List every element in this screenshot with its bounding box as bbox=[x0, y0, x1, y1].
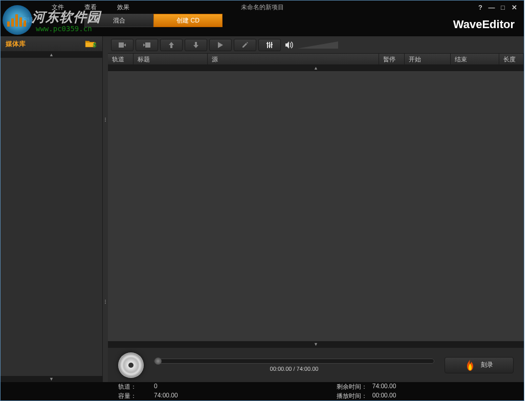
brand-label: WaveEditor bbox=[453, 14, 524, 31]
status-bar: 轨道： 0 容量： 74:00.00 剩余时间： 74:00.00 播放时间： … bbox=[1, 382, 524, 400]
svg-rect-3 bbox=[267, 43, 269, 44]
mixer-button[interactable] bbox=[258, 39, 281, 51]
edit-button[interactable] bbox=[234, 39, 256, 51]
volume-slider[interactable] bbox=[297, 41, 338, 49]
menu-view[interactable]: 查看 bbox=[74, 1, 107, 14]
disc-icon bbox=[118, 352, 144, 378]
import-button[interactable] bbox=[111, 39, 134, 51]
column-source[interactable]: 源 bbox=[208, 54, 379, 64]
status-capacity-label: 容量： bbox=[118, 392, 154, 400]
sidebar-title: 媒体库 bbox=[6, 39, 26, 49]
status-track-value: 0 bbox=[154, 383, 158, 391]
status-remaining-value: 74:00.00 bbox=[372, 383, 396, 391]
open-folder-button[interactable] bbox=[85, 39, 97, 49]
splitter-left[interactable] bbox=[103, 36, 108, 382]
table-scroll-up[interactable]: ▲ bbox=[108, 65, 524, 71]
flame-icon bbox=[465, 360, 475, 371]
sidebar: 媒体库 ▲ ▼ bbox=[1, 36, 103, 382]
sidebar-scroll-down[interactable]: ▼ bbox=[1, 376, 102, 382]
sidebar-scroll-up[interactable]: ▲ bbox=[1, 52, 102, 58]
maximize-button[interactable]: □ bbox=[499, 4, 506, 11]
content-area: 轨道 标题 源 暂停 开始 结束 长度 ▲ ▼ 00:00.00 / 74:00… bbox=[108, 36, 524, 382]
window-title: 未命名的新项目 bbox=[241, 3, 284, 12]
burn-label: 刻录 bbox=[481, 361, 493, 369]
close-button[interactable]: ✕ bbox=[511, 4, 518, 11]
status-play-value: 00:00.00 bbox=[372, 392, 396, 400]
volume-icon bbox=[285, 41, 294, 49]
column-end[interactable]: 结束 bbox=[451, 54, 499, 64]
burn-button[interactable]: 刻录 bbox=[445, 357, 514, 373]
status-track-label: 轨道： bbox=[118, 383, 154, 391]
menu-edit[interactable]: 编辑 bbox=[11, 14, 43, 27]
table-body: ▲ ▼ bbox=[108, 65, 524, 347]
column-start[interactable]: 开始 bbox=[405, 54, 451, 64]
transport-bar: 00:00.00 / 74:00.00 刻录 bbox=[108, 347, 524, 382]
move-down-button[interactable] bbox=[185, 39, 207, 51]
svg-rect-5 bbox=[271, 44, 273, 45]
status-remaining-label: 剩余时间： bbox=[337, 383, 372, 391]
sidebar-header: 媒体库 bbox=[1, 36, 102, 52]
tab-mix[interactable]: 混合 bbox=[84, 14, 153, 27]
secondary-bar: 编辑 混合 创建 CD WaveEditor bbox=[1, 14, 524, 36]
progress-slider[interactable] bbox=[154, 359, 434, 364]
help-button[interactable]: ? bbox=[477, 4, 484, 11]
status-capacity-value: 74:00.00 bbox=[154, 392, 178, 400]
svg-rect-0 bbox=[267, 42, 268, 48]
move-up-button[interactable] bbox=[160, 39, 183, 51]
svg-rect-1 bbox=[269, 42, 270, 48]
menu-file[interactable]: 文件 bbox=[41, 1, 74, 14]
app-window: 河东软件园 www.pc0359.cn 文件 查看 效果 未命名的新项目 ? —… bbox=[0, 0, 524, 401]
export-button[interactable] bbox=[136, 39, 158, 51]
tab-create-cd[interactable]: 创建 CD bbox=[153, 14, 223, 27]
svg-rect-4 bbox=[269, 46, 271, 47]
titlebar: 文件 查看 效果 未命名的新项目 ? — □ ✕ bbox=[1, 1, 524, 14]
sidebar-content bbox=[1, 58, 102, 376]
table-scroll-down[interactable]: ▼ bbox=[108, 341, 524, 347]
column-pause[interactable]: 暂停 bbox=[379, 54, 405, 64]
column-title[interactable]: 标题 bbox=[134, 54, 208, 64]
toolbar bbox=[108, 36, 524, 54]
column-track[interactable]: 轨道 bbox=[108, 54, 134, 64]
table-header: 轨道 标题 源 暂停 开始 结束 长度 bbox=[108, 54, 524, 65]
minimize-button[interactable]: — bbox=[488, 4, 495, 11]
time-display: 00:00.00 / 74:00.00 bbox=[270, 366, 319, 372]
column-length[interactable]: 长度 bbox=[499, 54, 524, 64]
main-body: 媒体库 ▲ ▼ bbox=[1, 36, 524, 382]
play-button[interactable] bbox=[209, 39, 232, 51]
status-play-label: 播放时间： bbox=[337, 392, 372, 400]
menu-effect[interactable]: 效果 bbox=[107, 1, 140, 14]
